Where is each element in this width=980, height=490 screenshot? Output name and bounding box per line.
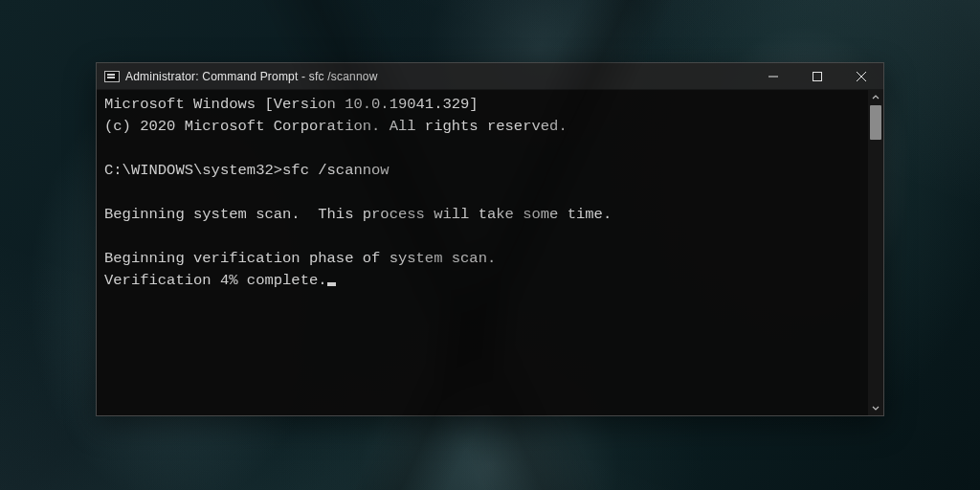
text-cursor — [327, 282, 336, 286]
scroll-down-button[interactable] — [868, 400, 883, 415]
vertical-scrollbar[interactable] — [868, 90, 883, 415]
chevron-down-icon — [872, 404, 880, 412]
svg-rect-0 — [813, 72, 822, 80]
cmd-app-icon — [104, 71, 120, 82]
entered-command: sfc /scannow — [282, 162, 390, 179]
verify-progress-message: Verification 4% complete. — [104, 272, 327, 289]
close-icon — [857, 72, 866, 81]
window-controls — [751, 63, 883, 89]
terminal-output[interactable]: Microsoft Windows [Version 10.0.19041.32… — [97, 90, 883, 300]
banner-line-1: Microsoft Windows [Version 10.0.19041.32… — [104, 96, 479, 113]
terminal-client-area: Microsoft Windows [Version 10.0.19041.32… — [97, 90, 883, 415]
scroll-up-button[interactable] — [868, 90, 883, 105]
window-title: Administrator: Command Prompt - sfc /sca… — [125, 70, 378, 83]
verify-begin-message: Beginning verification phase of system s… — [104, 250, 496, 267]
prompt: C:\WINDOWS\system32> — [104, 162, 282, 179]
chevron-up-icon — [872, 94, 880, 101]
scrollbar-thumb[interactable] — [870, 105, 881, 140]
banner-line-2: (c) 2020 Microsoft Corporation. All righ… — [104, 118, 568, 135]
command-prompt-window: Administrator: Command Prompt - sfc /sca… — [96, 62, 884, 416]
scan-begin-message: Beginning system scan. This process will… — [104, 206, 612, 223]
titlebar[interactable]: Administrator: Command Prompt - sfc /sca… — [97, 63, 883, 90]
close-button[interactable] — [839, 63, 883, 89]
minimize-button[interactable] — [751, 63, 795, 89]
maximize-icon — [813, 72, 822, 81]
minimize-icon — [768, 72, 778, 81]
maximize-button[interactable] — [795, 63, 839, 89]
